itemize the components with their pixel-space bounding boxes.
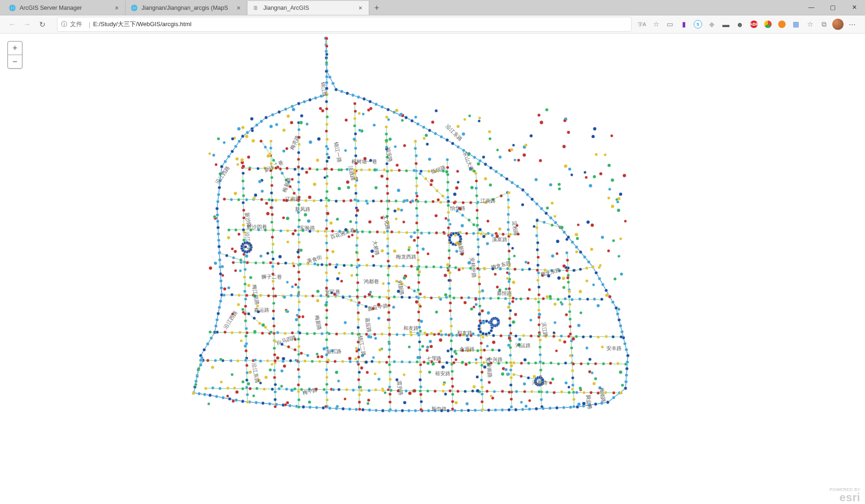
svg-point-290 — [354, 147, 357, 150]
tab-0[interactable]: 🌐 ArcGIS Server Manager × — [4, 1, 126, 15]
svg-point-164 — [623, 342, 626, 345]
svg-point-1072 — [197, 367, 200, 370]
more-button[interactable]: ⋯ — [845, 18, 858, 31]
favorite-button[interactable]: ☆ — [649, 18, 662, 31]
svg-point-1669 — [327, 156, 330, 159]
svg-point-1747 — [357, 259, 360, 261]
svg-point-192 — [540, 207, 543, 210]
road-label: 怡华路 — [450, 205, 465, 211]
svg-point-1428 — [576, 237, 579, 240]
svg-point-1051 — [325, 45, 328, 48]
map-viewport[interactable]: + − 锦江线沿江西路沿江东路梅新路锦江一路榕树塘一巷福安路低坝路东山大道新沙二… — [0, 34, 865, 504]
svg-point-277 — [325, 368, 328, 371]
svg-point-82 — [197, 392, 201, 395]
svg-point-575 — [297, 271, 300, 273]
adblock-icon[interactable]: ABP — [747, 18, 760, 31]
svg-point-1535 — [282, 217, 285, 219]
forward-button[interactable]: → — [20, 17, 35, 32]
svg-point-1555 — [290, 121, 293, 124]
svg-point-1017 — [620, 392, 623, 394]
svg-point-1330 — [512, 144, 515, 147]
svg-point-1355 — [400, 209, 403, 212]
svg-point-1408 — [308, 196, 312, 199]
ext-icon-face[interactable]: ☻ — [733, 18, 746, 31]
svg-point-755 — [313, 262, 316, 265]
svg-point-1511 — [401, 119, 404, 122]
road-label: 梅龙西路 — [395, 254, 416, 259]
ext-icon-grid[interactable]: ▦ — [789, 18, 802, 31]
close-window-button[interactable]: ✕ — [844, 0, 865, 14]
svg-point-489 — [508, 302, 511, 305]
svg-point-860 — [321, 332, 323, 335]
svg-point-1517 — [270, 206, 273, 209]
svg-point-198 — [516, 185, 519, 188]
svg-point-1663 — [595, 153, 598, 156]
refresh-button[interactable]: ↻ — [35, 17, 49, 32]
minimize-button[interactable]: — — [801, 0, 822, 14]
svg-point-596 — [269, 147, 272, 149]
svg-point-1271 — [599, 172, 603, 175]
svg-point-1573 — [326, 147, 329, 150]
svg-point-1093 — [416, 332, 419, 335]
svg-point-1750 — [529, 319, 532, 322]
tab-1[interactable]: 🌐 Jiangnan/Jiangnan_arcgis (MapS × — [126, 1, 247, 15]
close-icon[interactable]: × — [357, 4, 364, 12]
svg-point-1473 — [421, 345, 424, 348]
svg-point-519 — [538, 323, 541, 326]
road-label: 和友路 — [457, 330, 472, 336]
road-label: 嘉应路 — [365, 317, 372, 333]
ext-icon-dark[interactable]: ▬ — [719, 18, 732, 31]
svg-point-1506 — [554, 302, 557, 306]
svg-point-414 — [447, 226, 450, 229]
svg-point-668 — [237, 198, 240, 201]
address-bar[interactable]: ⓘ 文件 | E:/Study/大三下/WebGIS/arcgis.html — [57, 17, 632, 32]
chrome-icon[interactable] — [761, 18, 774, 31]
svg-point-1341 — [608, 295, 612, 298]
new-tab-button[interactable]: + — [369, 1, 384, 15]
maximize-button[interactable]: ▢ — [822, 0, 844, 14]
svg-point-1342 — [234, 250, 237, 253]
svg-point-1602 — [470, 186, 473, 189]
favorites-button[interactable]: ☆ — [803, 18, 816, 31]
sogou-icon[interactable]: S — [691, 18, 704, 31]
profile-avatar[interactable] — [831, 18, 844, 31]
ext-icon-orange[interactable] — [775, 18, 788, 31]
svg-point-1660 — [331, 250, 335, 253]
svg-point-771 — [432, 265, 435, 268]
close-icon[interactable]: × — [235, 4, 242, 12]
browser-tabbar: 🌐 ArcGIS Server Manager × 🌐 Jiangnan/Jia… — [0, 0, 865, 15]
svg-point-1075 — [192, 392, 195, 395]
back-button[interactable]: ← — [5, 17, 20, 32]
svg-point-1629 — [408, 392, 411, 395]
onenote-icon[interactable]: ▮ — [677, 18, 690, 31]
svg-point-948 — [542, 362, 545, 364]
svg-point-798 — [267, 294, 270, 297]
svg-point-377 — [415, 214, 418, 217]
svg-point-1617 — [379, 348, 382, 351]
svg-point-1509 — [564, 164, 568, 168]
translate-icon[interactable]: 字A — [635, 18, 648, 31]
svg-point-819 — [423, 296, 426, 299]
collections-button[interactable]: ⧉ — [817, 18, 830, 31]
svg-point-219 — [410, 119, 414, 122]
svg-point-553 — [572, 405, 575, 408]
svg-point-561 — [297, 166, 300, 168]
ext-icon-grey[interactable]: ◆ — [705, 18, 718, 31]
svg-point-992 — [434, 390, 436, 392]
svg-point-1354 — [324, 405, 327, 408]
svg-point-1443 — [448, 279, 450, 282]
svg-point-1499 — [428, 158, 431, 161]
svg-point-824 — [460, 296, 463, 299]
svg-point-1248 — [381, 249, 384, 252]
svg-point-1183 — [459, 235, 462, 238]
svg-point-893 — [567, 335, 570, 338]
svg-point-437 — [451, 400, 454, 403]
svg-point-560 — [297, 158, 300, 161]
svg-point-759 — [343, 264, 345, 267]
tab-2[interactable]: 🗎 Jiangnan_ArcGIS × — [247, 1, 369, 15]
svg-point-1313 — [435, 214, 438, 217]
svg-point-1121 — [258, 322, 261, 325]
reading-icon[interactable]: ▭ — [663, 18, 676, 31]
svg-point-1368 — [211, 366, 214, 369]
close-icon[interactable]: × — [113, 4, 120, 12]
